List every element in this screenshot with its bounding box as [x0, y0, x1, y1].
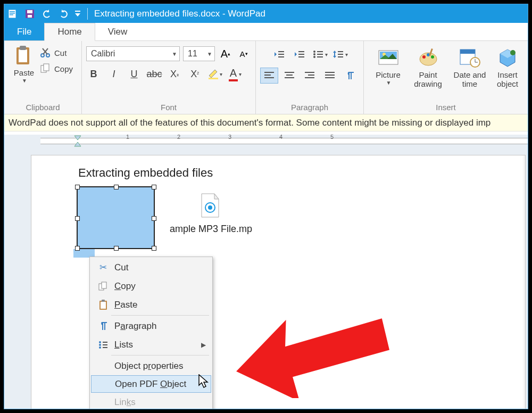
- group-clipboard: Paste ▼ Cut Copy: [4, 41, 82, 114]
- object-label: Insert object: [492, 71, 523, 88]
- chevron-down-icon: ▼: [22, 78, 27, 84]
- qat-dropdown-icon[interactable]: [72, 5, 83, 22]
- picture-icon: [378, 47, 399, 69]
- redo-icon[interactable]: [55, 5, 72, 22]
- compatibility-warning-bar: WordPad does not support all of the feat…: [4, 114, 528, 131]
- svg-point-67: [99, 341, 101, 343]
- ruler-num: 1: [126, 134, 129, 140]
- ctx-lists[interactable]: Lists ▶: [91, 335, 211, 354]
- copy-button[interactable]: Copy: [39, 61, 73, 76]
- chevron-down-icon: ▼: [386, 80, 392, 86]
- scissors-icon: [39, 47, 51, 59]
- picture-button[interactable]: Picture ▼: [368, 45, 408, 86]
- svg-rect-0: [9, 10, 16, 18]
- group-paragraph: ▾ ▾ Paragraph: [256, 41, 364, 114]
- tab-file[interactable]: File: [4, 23, 44, 40]
- clipboard-icon: [95, 300, 111, 310]
- svg-rect-7: [75, 11, 80, 12]
- datetime-label: Date and time: [448, 71, 492, 88]
- quick-access-toolbar: [4, 4, 83, 23]
- line-spacing-button[interactable]: ▾: [331, 46, 349, 62]
- ruler-num: 5: [330, 134, 334, 140]
- svg-point-25: [313, 53, 315, 55]
- ctx-cut[interactable]: ✂ Cut: [91, 258, 211, 277]
- group-font: Calibri▼ 11▼ A▴ A▾ B I U abc X₂ X²: [82, 41, 256, 114]
- selected-embedded-object[interactable]: [77, 186, 155, 249]
- svg-rect-9: [19, 49, 27, 62]
- svg-rect-2: [10, 13, 15, 14]
- bullet-list-button[interactable]: ▾: [311, 46, 329, 62]
- wordpad-window: Extracting embedded files.docx - WordPad…: [4, 4, 528, 409]
- cut-button[interactable]: Cut: [39, 45, 73, 60]
- bold-button[interactable]: B: [86, 67, 101, 81]
- subscript-button[interactable]: X₂: [167, 67, 182, 81]
- italic-button[interactable]: I: [106, 67, 121, 81]
- paste-button[interactable]: Paste ▼: [9, 43, 39, 84]
- increase-indent-button[interactable]: [290, 46, 309, 62]
- svg-point-61: [208, 205, 212, 210]
- chevron-down-icon: ▼: [172, 51, 177, 57]
- tab-home[interactable]: Home: [44, 23, 95, 41]
- svg-rect-65: [101, 302, 106, 309]
- svg-rect-6: [28, 15, 32, 18]
- document-heading: Extracting embedded files: [78, 166, 213, 180]
- paste-label: Paste: [14, 69, 34, 78]
- workspace: 1 2 3 4 5 Extracting embedded files: [4, 135, 528, 409]
- group-insert: Picture ▼ Paint drawing Date and time In…: [364, 41, 528, 114]
- svg-point-26: [313, 56, 315, 58]
- mp3-file-label: ample MP3 File.mp: [170, 224, 252, 235]
- copy-icon: [39, 63, 51, 75]
- align-center-button[interactable]: [280, 68, 298, 84]
- font-name-combo[interactable]: Calibri▼: [86, 46, 180, 61]
- shrink-font-button[interactable]: A▾: [236, 46, 251, 61]
- list-icon: [95, 341, 111, 349]
- copy-icon: [95, 282, 111, 291]
- decrease-indent-button[interactable]: [270, 46, 288, 62]
- save-icon[interactable]: [21, 5, 38, 22]
- ribbon: Paste ▼ Cut Copy: [4, 41, 528, 114]
- svg-point-24: [313, 51, 315, 53]
- undo-icon[interactable]: [38, 5, 55, 22]
- group-label-clipboard: Clipboard: [4, 102, 81, 114]
- ctx-paragraph[interactable]: Paragraph: [91, 317, 211, 335]
- insert-object-button[interactable]: Insert object: [492, 45, 523, 88]
- highlight-button[interactable]: ▾: [207, 67, 222, 81]
- align-left-button[interactable]: [260, 68, 278, 84]
- tab-view[interactable]: View: [95, 23, 140, 40]
- svg-rect-5: [27, 10, 32, 13]
- indent-marker-icon[interactable]: [73, 135, 82, 147]
- align-right-button[interactable]: [301, 68, 319, 84]
- superscript-button[interactable]: X²: [187, 67, 202, 81]
- svg-rect-55: [460, 49, 475, 54]
- font-size-combo[interactable]: 11▼: [183, 46, 215, 61]
- date-time-button[interactable]: Date and time: [448, 45, 492, 88]
- font-color-button[interactable]: A▾: [228, 67, 243, 81]
- warning-text: WordPad does not support all of the feat…: [9, 118, 491, 128]
- ctx-paste[interactable]: Paste: [91, 295, 211, 314]
- window-title: Extracting embedded files.docx - WordPad: [94, 9, 265, 19]
- paragraph-dialog-button[interactable]: [341, 68, 359, 84]
- palette-icon: [418, 47, 439, 69]
- underline-button[interactable]: U: [127, 67, 142, 81]
- app-icon[interactable]: [4, 5, 21, 22]
- title-separator: [87, 8, 88, 20]
- ruler-num: 4: [279, 134, 282, 140]
- paint-drawing-button[interactable]: Paint drawing: [408, 45, 448, 88]
- ctx-links: Links: [91, 393, 211, 409]
- svg-rect-66: [102, 300, 105, 302]
- mp3-file-icon[interactable]: [200, 193, 221, 218]
- strikethrough-button[interactable]: abc: [147, 67, 162, 81]
- ruler[interactable]: 1 2 3 4 5: [4, 135, 528, 147]
- ctx-copy[interactable]: Copy: [91, 277, 211, 295]
- grow-font-button[interactable]: A▴: [218, 46, 233, 61]
- ctx-open-pdf-object[interactable]: Open PDF Object: [91, 375, 211, 393]
- svg-rect-17: [209, 78, 218, 79]
- ctx-object-properties[interactable]: Object properties: [91, 357, 211, 375]
- title-bar: Extracting embedded files.docx - WordPad: [4, 4, 528, 23]
- scissors-icon: ✂: [95, 262, 111, 273]
- svg-point-59: [510, 50, 516, 55]
- paint-label: Paint drawing: [408, 71, 448, 88]
- justify-button[interactable]: [321, 68, 339, 84]
- svg-rect-1: [10, 11, 15, 12]
- picture-label: Picture: [376, 71, 401, 80]
